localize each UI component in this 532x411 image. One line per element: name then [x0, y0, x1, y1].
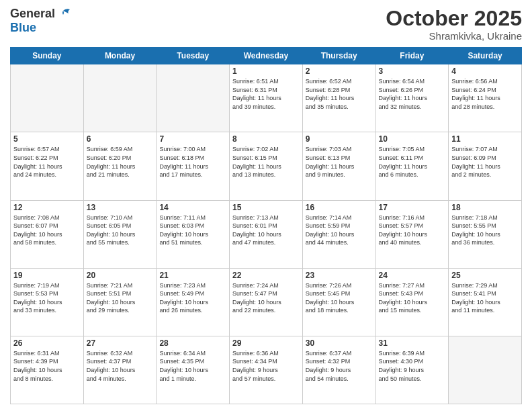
calendar-day-cell — [157, 64, 230, 132]
day-info: Sunrise: 6:56 AM Sunset: 6:24 PM Dayligh… — [451, 77, 519, 111]
day-number: 5 — [13, 134, 81, 144]
logo-general: General — [10, 7, 55, 21]
calendar-week-row: 12Sunrise: 7:08 AM Sunset: 6:07 PM Dayli… — [11, 200, 522, 268]
col-saturday: Saturday — [449, 48, 522, 64]
calendar-week-row: 26Sunrise: 6:31 AM Sunset: 4:39 PM Dayli… — [11, 336, 522, 404]
calendar-table: Sunday Monday Tuesday Wednesday Thursday… — [10, 47, 522, 404]
calendar-day-cell: 20Sunrise: 7:21 AM Sunset: 5:51 PM Dayli… — [83, 268, 157, 336]
day-info: Sunrise: 6:59 AM Sunset: 6:20 PM Dayligh… — [87, 145, 154, 179]
day-number: 23 — [306, 271, 373, 280]
calendar-day-cell: 25Sunrise: 7:29 AM Sunset: 5:41 PM Dayli… — [449, 268, 522, 336]
col-thursday: Thursday — [302, 48, 375, 64]
day-number: 24 — [379, 271, 446, 280]
calendar-day-cell: 19Sunrise: 7:19 AM Sunset: 5:53 PM Dayli… — [11, 268, 84, 336]
day-number: 16 — [306, 203, 373, 212]
day-info: Sunrise: 7:03 AM Sunset: 6:13 PM Dayligh… — [306, 145, 373, 179]
day-info: Sunrise: 7:19 AM Sunset: 5:53 PM Dayligh… — [13, 281, 81, 315]
calendar-day-cell — [83, 64, 157, 132]
day-info: Sunrise: 7:27 AM Sunset: 5:43 PM Dayligh… — [379, 281, 446, 315]
day-info: Sunrise: 7:14 AM Sunset: 5:59 PM Dayligh… — [306, 214, 373, 247]
day-number: 26 — [13, 338, 81, 348]
day-info: Sunrise: 7:11 AM Sunset: 6:03 PM Dayligh… — [159, 214, 226, 247]
day-info: Sunrise: 6:34 AM Sunset: 4:35 PM Dayligh… — [159, 349, 226, 383]
day-number: 9 — [306, 134, 373, 144]
calendar-header-row: Sunday Monday Tuesday Wednesday Thursday… — [11, 48, 522, 64]
day-info: Sunrise: 6:39 AM Sunset: 4:30 PM Dayligh… — [379, 349, 446, 383]
day-info: Sunrise: 7:23 AM Sunset: 5:49 PM Dayligh… — [159, 281, 226, 315]
day-number: 10 — [379, 134, 446, 144]
calendar-day-cell: 11Sunrise: 7:07 AM Sunset: 6:09 PM Dayli… — [449, 132, 522, 200]
day-number: 20 — [87, 271, 154, 280]
calendar-day-cell: 26Sunrise: 6:31 AM Sunset: 4:39 PM Dayli… — [11, 336, 84, 404]
day-info: Sunrise: 6:54 AM Sunset: 6:26 PM Dayligh… — [379, 77, 446, 111]
day-info: Sunrise: 7:26 AM Sunset: 5:45 PM Dayligh… — [306, 281, 373, 315]
calendar-day-cell: 16Sunrise: 7:14 AM Sunset: 5:59 PM Dayli… — [302, 200, 375, 268]
col-monday: Monday — [83, 48, 157, 64]
col-tuesday: Tuesday — [157, 48, 230, 64]
calendar-subtitle: Shramkivka, Ukraine — [386, 30, 522, 42]
calendar-day-cell — [11, 64, 84, 132]
day-info: Sunrise: 7:02 AM Sunset: 6:15 PM Dayligh… — [232, 145, 300, 179]
day-number: 2 — [306, 66, 373, 76]
title-block: October 2025 Shramkivka, Ukraine — [386, 7, 522, 42]
col-wednesday: Wednesday — [230, 48, 303, 64]
calendar-day-cell: 8Sunrise: 7:02 AM Sunset: 6:15 PM Daylig… — [230, 132, 303, 200]
day-info: Sunrise: 6:36 AM Sunset: 4:34 PM Dayligh… — [232, 349, 300, 383]
day-number: 12 — [13, 203, 81, 212]
day-number: 8 — [232, 134, 300, 144]
header: General Blue October 2025 Shramkivka, Uk… — [10, 7, 522, 42]
day-number: 15 — [232, 203, 300, 212]
day-info: Sunrise: 7:07 AM Sunset: 6:09 PM Dayligh… — [451, 145, 519, 179]
day-number: 28 — [159, 338, 226, 348]
calendar-day-cell: 23Sunrise: 7:26 AM Sunset: 5:45 PM Dayli… — [302, 268, 375, 336]
day-info: Sunrise: 7:05 AM Sunset: 6:11 PM Dayligh… — [379, 145, 446, 179]
col-sunday: Sunday — [11, 48, 84, 64]
calendar-day-cell: 9Sunrise: 7:03 AM Sunset: 6:13 PM Daylig… — [302, 132, 375, 200]
day-number: 21 — [159, 271, 226, 280]
calendar-day-cell: 5Sunrise: 6:57 AM Sunset: 6:22 PM Daylig… — [11, 132, 84, 200]
calendar-day-cell: 4Sunrise: 6:56 AM Sunset: 6:24 PM Daylig… — [449, 64, 522, 132]
day-number: 17 — [379, 203, 446, 212]
logo: General Blue — [10, 7, 71, 35]
day-number: 11 — [451, 134, 519, 144]
day-info: Sunrise: 6:51 AM Sunset: 6:31 PM Dayligh… — [232, 77, 300, 111]
calendar-day-cell: 10Sunrise: 7:05 AM Sunset: 6:11 PM Dayli… — [375, 132, 449, 200]
day-info: Sunrise: 7:08 AM Sunset: 6:07 PM Dayligh… — [13, 214, 81, 247]
calendar-week-row: 19Sunrise: 7:19 AM Sunset: 5:53 PM Dayli… — [11, 268, 522, 336]
day-info: Sunrise: 7:10 AM Sunset: 6:05 PM Dayligh… — [87, 214, 154, 247]
calendar-day-cell: 7Sunrise: 7:00 AM Sunset: 6:18 PM Daylig… — [157, 132, 230, 200]
day-info: Sunrise: 7:00 AM Sunset: 6:18 PM Dayligh… — [159, 145, 226, 179]
day-number: 7 — [159, 134, 226, 144]
day-number: 1 — [232, 66, 300, 76]
day-number: 22 — [232, 271, 300, 280]
calendar-day-cell: 28Sunrise: 6:34 AM Sunset: 4:35 PM Dayli… — [157, 336, 230, 404]
calendar-day-cell: 29Sunrise: 6:36 AM Sunset: 4:34 PM Dayli… — [230, 336, 303, 404]
day-number: 19 — [13, 271, 81, 280]
calendar-day-cell: 12Sunrise: 7:08 AM Sunset: 6:07 PM Dayli… — [11, 200, 84, 268]
day-info: Sunrise: 7:29 AM Sunset: 5:41 PM Dayligh… — [451, 281, 519, 315]
col-friday: Friday — [375, 48, 449, 64]
calendar-week-row: 1Sunrise: 6:51 AM Sunset: 6:31 PM Daylig… — [11, 64, 522, 132]
day-number: 18 — [451, 203, 519, 212]
day-number: 25 — [451, 271, 519, 280]
day-number: 3 — [379, 66, 446, 76]
logo-bird-icon — [56, 8, 71, 20]
calendar-day-cell: 6Sunrise: 6:59 AM Sunset: 6:20 PM Daylig… — [83, 132, 157, 200]
day-number: 6 — [87, 134, 154, 144]
day-info: Sunrise: 6:57 AM Sunset: 6:22 PM Dayligh… — [13, 145, 81, 179]
calendar-day-cell: 3Sunrise: 6:54 AM Sunset: 6:26 PM Daylig… — [375, 64, 449, 132]
calendar-day-cell: 21Sunrise: 7:23 AM Sunset: 5:49 PM Dayli… — [157, 268, 230, 336]
day-number: 29 — [232, 338, 300, 348]
calendar-day-cell: 30Sunrise: 6:37 AM Sunset: 4:32 PM Dayli… — [302, 336, 375, 404]
day-info: Sunrise: 6:37 AM Sunset: 4:32 PM Dayligh… — [306, 349, 373, 383]
day-info: Sunrise: 6:31 AM Sunset: 4:39 PM Dayligh… — [13, 349, 81, 383]
logo-blue: Blue — [10, 21, 71, 35]
day-info: Sunrise: 6:32 AM Sunset: 4:37 PM Dayligh… — [87, 349, 154, 383]
calendar-day-cell: 15Sunrise: 7:13 AM Sunset: 6:01 PM Dayli… — [230, 200, 303, 268]
calendar-day-cell: 31Sunrise: 6:39 AM Sunset: 4:30 PM Dayli… — [375, 336, 449, 404]
day-info: Sunrise: 7:16 AM Sunset: 5:57 PM Dayligh… — [379, 214, 446, 247]
day-number: 13 — [87, 203, 154, 212]
day-number: 14 — [159, 203, 226, 212]
day-info: Sunrise: 7:21 AM Sunset: 5:51 PM Dayligh… — [87, 281, 154, 315]
day-number: 4 — [451, 66, 519, 76]
